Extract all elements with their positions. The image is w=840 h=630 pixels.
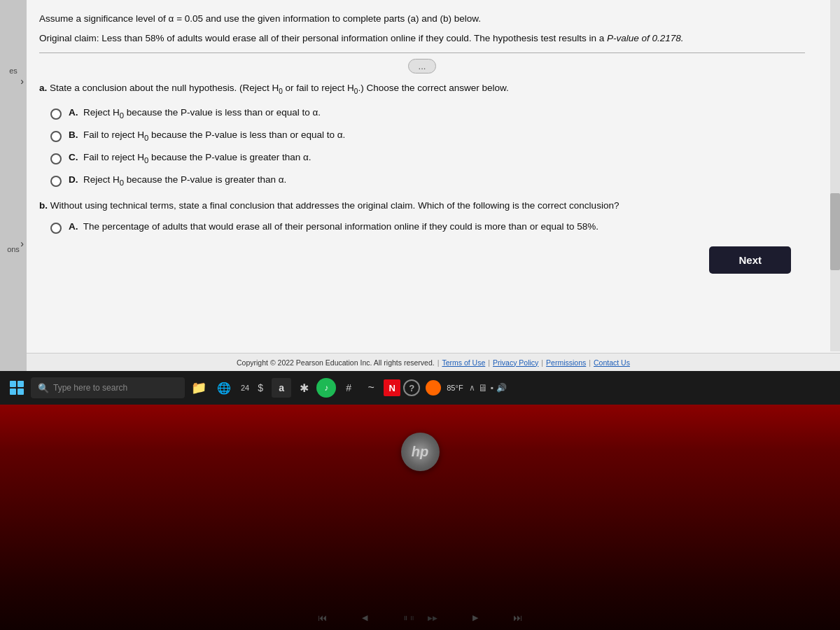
taskbar-dollar-icon[interactable]: $ (252, 379, 269, 396)
system-tray: ∧ 🖥 ▪ 🔊 (469, 382, 507, 393)
choice-a-row: A. Reject H0 because the P-value is less… (39, 107, 805, 120)
taskbar-spotify-icon[interactable]: ♪ (316, 378, 336, 398)
taskbar-time: 24 (241, 384, 249, 392)
choice-ba-row: A. The percentage of adults that would e… (39, 221, 805, 234)
radio-b[interactable] (50, 131, 62, 142)
taskbar-help-icon[interactable]: ? (403, 379, 420, 396)
intro-line2: Original claim: Less than 58% of adults … (39, 31, 805, 46)
caret-up-icon[interactable]: ∧ (469, 383, 475, 393)
part-b-section: b. Without using technical terms, state … (39, 198, 805, 234)
part-a-label: a. State a conclusion about the null hyp… (39, 80, 805, 97)
search-icon: 🔍 (38, 383, 49, 393)
hp-logo: hp (401, 433, 440, 471)
speaker-icon[interactable]: 🔊 (496, 383, 507, 393)
display-icon[interactable]: 🖥 (478, 382, 488, 393)
next-button[interactable]: Next (709, 246, 791, 274)
center-controls: ⏸ II ▶▶ (402, 615, 438, 622)
taskbar: 🔍 Type here to search 📁 🌐 24 $ a ✱ ♪ (0, 371, 840, 405)
taskbar-notification-dot[interactable] (426, 380, 441, 396)
taskbar-icon-browser[interactable]: 🌐 (213, 377, 235, 399)
radio-c[interactable] (50, 153, 62, 164)
footer-sep4: | (589, 358, 591, 367)
choice-a-text: A. Reject H0 because the P-value is less… (69, 107, 321, 120)
footer-copyright: Copyright © 2022 Pearson Education Inc. … (237, 358, 435, 367)
left-sidebar: es › › ons (0, 0, 27, 371)
footer-permissions[interactable]: Permissions (546, 358, 586, 367)
taskbar-a-icon[interactable]: a (272, 378, 291, 398)
choice-ba-text: A. The percentage of adults that would e… (69, 221, 598, 232)
scrollbar-track[interactable] (830, 0, 840, 351)
ctrl-play[interactable]: ▶▶ (428, 615, 438, 622)
search-placeholder: Type here to search (53, 383, 127, 393)
footer-bar: Copyright © 2022 Pearson Education Inc. … (27, 353, 840, 371)
media-fwd-icon[interactable]: ⏭ (513, 612, 522, 623)
network-icon[interactable]: ▪ (491, 383, 493, 393)
collapse-button[interactable]: ... (408, 59, 437, 74)
choice-b-row: B. Fail to reject H0 because the P-value… (39, 130, 805, 142)
footer-sep2: | (488, 358, 490, 367)
taskbar-grid-icon[interactable]: # (339, 378, 358, 398)
taskbar-search[interactable]: 🔍 Type here to search (31, 377, 185, 398)
sidebar-label-es: es (0, 66, 27, 75)
choice-b-text: B. Fail to reject H0 because the P-value… (69, 130, 345, 142)
scrollbar-thumb[interactable] (830, 193, 840, 270)
choice-c-row: C. Fail to reject H0 because the P-value… (39, 152, 805, 164)
sidebar-arrow-right-top[interactable]: › (20, 76, 24, 87)
footer-sep3: | (541, 358, 543, 367)
intro-line1: Assume a significance level of α = 0.05 … (39, 11, 805, 27)
media-prev-icon[interactable]: ⏮ (318, 612, 327, 623)
radio-a[interactable] (50, 108, 62, 120)
nav-right-icon[interactable]: ▶ (472, 613, 478, 622)
taskbar-icon-files[interactable]: 📁 (188, 377, 210, 399)
collapse-button-row: ... (39, 59, 805, 74)
start-button[interactable] (6, 377, 28, 399)
nav-left-icon[interactable]: ◀ (362, 613, 368, 622)
sidebar-label-ons: ons (0, 245, 27, 253)
radio-d[interactable] (50, 176, 62, 187)
taskbar-tilde-icon[interactable]: ~ (361, 378, 381, 398)
footer-privacy[interactable]: Privacy Policy (493, 358, 538, 367)
taskbar-star-icon[interactable]: ✱ (294, 378, 314, 398)
choice-c-text: C. Fail to reject H0 because the P-value… (69, 152, 312, 164)
part-a-section: a. State a conclusion about the null hyp… (39, 80, 805, 187)
footer-contact[interactable]: Contact Us (594, 358, 630, 367)
divider (39, 52, 805, 53)
laptop-chassis: hp ⏮ ◀ ⏸ II ▶▶ ▶ ⏭ (0, 405, 840, 630)
choice-d-text: D. Reject H0 because the P-value is grea… (69, 174, 286, 187)
radio-ba[interactable] (50, 223, 62, 234)
temperature-display: 85°F (447, 384, 463, 392)
next-button-container: Next (39, 246, 805, 274)
footer-terms[interactable]: Terms of Use (442, 358, 485, 367)
part-b-label: b. Without using technical terms, state … (39, 198, 805, 214)
main-content-area: Assume a significance level of α = 0.05 … (27, 0, 840, 371)
footer-sep1: | (438, 358, 440, 367)
choice-d-row: D. Reject H0 because the P-value is grea… (39, 174, 805, 187)
ctrl-f1[interactable]: ⏸ II (402, 615, 414, 622)
taskbar-netflix-icon[interactable]: N (384, 379, 400, 396)
bottom-controls: ⏮ ◀ ⏸ II ▶▶ ▶ ⏭ (0, 612, 840, 623)
